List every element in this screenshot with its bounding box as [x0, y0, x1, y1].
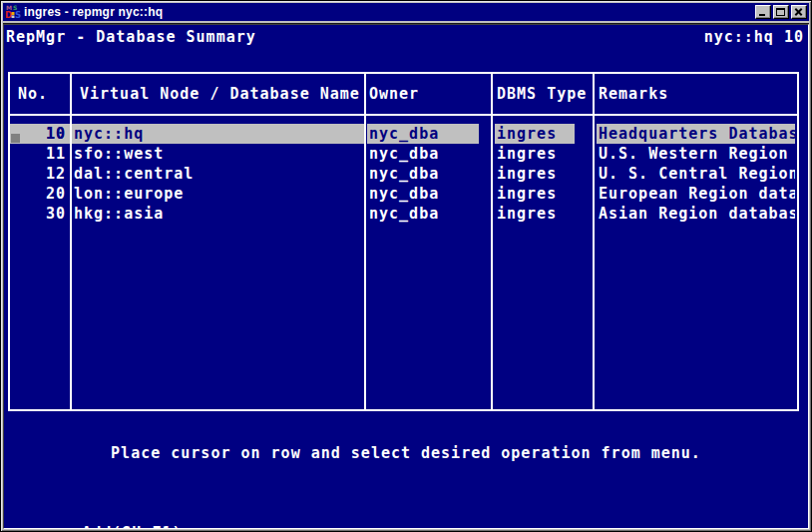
- database-table: No. Virtual Node / Database Name Owner D…: [8, 72, 799, 411]
- cell-owner: nyc_dba: [367, 164, 479, 184]
- screen-title: RepMgr - Database Summary: [6, 27, 256, 47]
- cell-no: 11: [10, 144, 70, 164]
- cell-owner: nyc_dba: [367, 144, 479, 164]
- cell-owner: nyc_dba: [367, 204, 479, 224]
- cell-no-text: 10: [10, 124, 70, 144]
- minimize-button[interactable]: [755, 5, 771, 19]
- cell-name: sfo::west: [72, 144, 364, 164]
- close-button[interactable]: [791, 5, 807, 19]
- app-window: M S D S ingres - repmgr nyc::hq RepMgr -…: [0, 0, 812, 532]
- column-header-remarks: Remarks: [599, 84, 668, 104]
- ms-dos-icon: M S D S: [5, 4, 21, 20]
- cell-remarks: U.S. Western Region: [597, 144, 795, 164]
- header-divider: [10, 114, 797, 116]
- column-header-dbms: DBMS Type: [497, 84, 587, 104]
- cell-name: hkg::asia: [72, 204, 364, 224]
- table-row[interactable]: 11 sfo::west nyc_dba ingres U.S. Western…: [10, 144, 797, 164]
- cell-remarks: U. S. Central Region: [597, 164, 795, 184]
- cell-dbms: ingres: [495, 164, 575, 184]
- cell-owner: nyc_dba: [367, 124, 479, 144]
- cell-name: lon::europe: [72, 184, 364, 204]
- svg-text:D: D: [5, 10, 12, 20]
- cell-remarks: Headquarters Databas: [597, 124, 795, 144]
- maximize-icon: [776, 8, 785, 16]
- table-row-selected[interactable]: 10 10 nyc::hq nyc_dba ingres Headquarter…: [10, 124, 797, 144]
- status-message: Place cursor on row and select desired o…: [4, 443, 808, 463]
- cell-remarks: European Region data: [597, 184, 795, 204]
- menu-bar: Add(SH-F1) Delete(SH-F2) Edit(SH-F3) Hel…: [4, 503, 808, 529]
- table-row[interactable]: 20 lon::europe nyc_dba ingres European R…: [10, 184, 797, 204]
- table-row[interactable]: 30 hkg::asia nyc_dba ingres Asian Region…: [10, 204, 797, 224]
- cell-dbms: ingres: [495, 184, 575, 204]
- titlebar[interactable]: M S D S ingres - repmgr nyc::hq: [3, 3, 809, 21]
- window-title: ingres - repmgr nyc::hq: [24, 5, 755, 19]
- column-header-name: Virtual Node / Database Name: [80, 84, 360, 104]
- window-controls: [755, 5, 807, 19]
- cell-no: 30: [10, 204, 70, 224]
- screen-context: nyc::hq 10: [704, 27, 804, 47]
- cell-no: 12: [10, 164, 70, 184]
- maximize-button[interactable]: [773, 5, 789, 19]
- column-header-no: No.: [18, 84, 48, 104]
- menu-item-add[interactable]: Add(SH-F1): [82, 523, 182, 529]
- cell-dbms: ingres: [495, 144, 575, 164]
- cell-name: nyc::hq: [72, 124, 364, 144]
- terminal-screen: RepMgr - Database Summary nyc::hq 10 No.…: [3, 24, 809, 529]
- column-header-owner: Owner: [369, 84, 419, 104]
- cell-dbms: ingres: [495, 204, 575, 224]
- minimize-icon: [759, 14, 765, 16]
- cell-remarks: Asian Region databas: [597, 204, 795, 224]
- cell-dbms: ingres: [495, 124, 575, 144]
- cell-owner: nyc_dba: [367, 184, 479, 204]
- cell-no: 20: [10, 184, 70, 204]
- screen-header: RepMgr - Database Summary nyc::hq 10: [6, 27, 804, 47]
- table-row[interactable]: 12 dal::central nyc_dba ingres U. S. Cen…: [10, 164, 797, 184]
- cell-name: dal::central: [72, 164, 364, 184]
- svg-text:S: S: [15, 10, 21, 20]
